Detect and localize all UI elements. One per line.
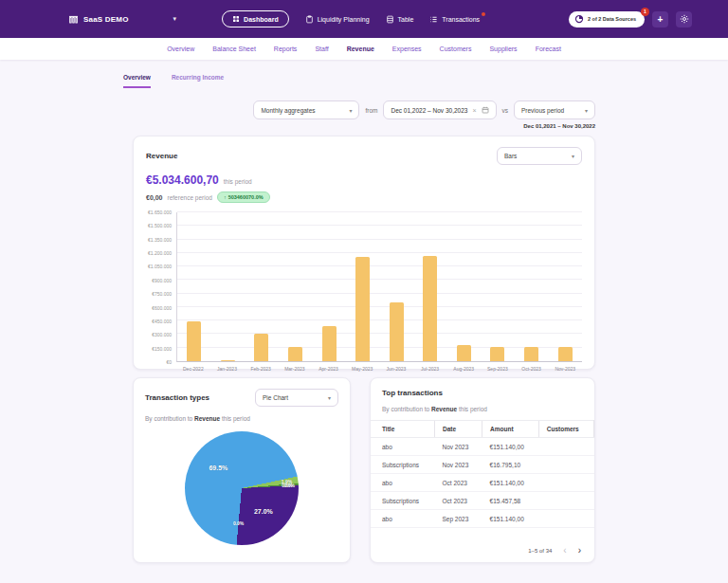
y-axis-tick: €1.350.000: [148, 237, 172, 243]
table-cell: Nov 2023: [434, 438, 482, 456]
table-cell: €151.140,00: [482, 474, 539, 492]
dashboard-icon: [232, 15, 240, 23]
x-axis-tick: Aug-2023: [446, 366, 481, 372]
delta-badge: ↑ 503460070.0%: [217, 191, 270, 203]
nav-dashboard[interactable]: Dashboard: [222, 10, 289, 27]
nav-transactions[interactable]: Transactions: [429, 15, 480, 24]
tab-balance-sheet[interactable]: Balance Sheet: [212, 46, 256, 52]
settings-button[interactable]: [676, 11, 692, 27]
bar-column: [177, 212, 211, 361]
tab-staff[interactable]: Staff: [315, 46, 328, 52]
tab-reports[interactable]: Reports: [274, 46, 298, 52]
bar-mar-2023: [288, 347, 302, 361]
column-header-amount[interactable]: Amount: [482, 421, 539, 438]
table-cell: abo: [371, 510, 434, 528]
x-axis-tick: May-2023: [345, 366, 379, 372]
column-header-date[interactable]: Date: [434, 421, 482, 438]
nav-liquidity-planning[interactable]: Liquidity Planning: [305, 15, 370, 24]
tab-suppliers[interactable]: Suppliers: [489, 46, 517, 52]
bar-column: [312, 212, 346, 361]
subtab-recurring-income[interactable]: Recurring Income: [172, 74, 224, 88]
period-amount-label: this period: [224, 178, 252, 185]
next-page-button[interactable]: ›: [578, 546, 581, 556]
column-header-customers[interactable]: Customers: [538, 421, 593, 438]
clear-icon[interactable]: ×: [472, 107, 476, 114]
table-cell: [538, 510, 593, 528]
x-axis-tick: Jul-2023: [413, 366, 447, 372]
pie-slice-label: 69.5%: [209, 465, 228, 471]
top-transactions-subtitle: By contribution to Revenue this period: [371, 406, 594, 412]
table-cell: [538, 492, 593, 510]
vs-label: vs: [502, 107, 509, 114]
from-label: from: [365, 107, 377, 114]
pie-slice-label: 0.0%: [233, 520, 244, 526]
y-axis-tick: €450.000: [152, 319, 172, 324]
bar-feb-2023: [254, 334, 268, 361]
chart-view-select[interactable]: Bars ▾: [497, 147, 582, 165]
y-axis-tick: €1.050.000: [148, 264, 172, 269]
aggregate-select[interactable]: Monthly aggregates ▾: [253, 100, 359, 119]
data-sources-badge: 1: [641, 8, 649, 16]
tab-revenue[interactable]: Revenue: [347, 46, 374, 52]
filter-row: Monthly aggregates ▾ from Dec 01,2022 – …: [133, 100, 595, 119]
y-axis-tick: €1.650.000: [148, 210, 172, 215]
chevron-down-icon: ▾: [349, 107, 352, 114]
chevron-down-icon: ▾: [585, 107, 588, 114]
bar-sep-2023: [490, 347, 504, 361]
table-row[interactable]: aboNov 2023€151.140,00: [371, 438, 594, 456]
y-axis-tick: €600.000: [152, 305, 172, 311]
nav-table[interactable]: Table: [386, 15, 414, 24]
compare-period-range: Dec 01,2021 – Nov 30,2022: [133, 123, 595, 129]
clipboard-icon: [305, 15, 314, 24]
x-axis-tick: Apr-2023: [312, 366, 346, 372]
y-axis-tick: €1.200.000: [148, 250, 172, 256]
y-axis-tick: €300.000: [152, 332, 172, 337]
bar-column: [379, 212, 413, 361]
top-nav: Dashboard Liquidity Planning Table: [222, 10, 480, 27]
table-cell: Oct 2023: [434, 492, 482, 510]
bar-aug-2023: [457, 345, 471, 361]
table-row[interactable]: SubscriptionsNov 2023€16.795,10: [371, 456, 594, 474]
pie-slice-label: 0.0%: [284, 483, 295, 488]
bar-column: [346, 212, 380, 361]
compare-select[interactable]: Previous period ▾: [514, 100, 595, 119]
prev-page-button[interactable]: ‹: [563, 546, 566, 556]
column-header-title[interactable]: Title: [371, 421, 434, 438]
x-axis-tick: Feb-2023: [244, 366, 278, 372]
table-cell: [538, 474, 593, 492]
tab-overview[interactable]: Overview: [167, 46, 194, 52]
data-sources-label: 2 of 2 Data Sources: [588, 16, 636, 22]
pie-view-select[interactable]: Pie Chart ▾: [255, 389, 338, 407]
table-cell: €151.140,00: [482, 510, 539, 528]
table-row[interactable]: aboSep 2023€151.140,00: [371, 510, 594, 528]
pie: [185, 431, 299, 545]
table-row[interactable]: SubscriptionsOct 2023€15.457,58: [371, 492, 594, 510]
notification-dot: [482, 12, 485, 16]
bar-jul-2023: [423, 256, 437, 361]
x-axis-tick: Jun-2023: [379, 366, 413, 372]
table-row[interactable]: aboOct 2023€151.140,00: [371, 474, 594, 492]
add-button[interactable]: +: [652, 11, 668, 27]
transaction-types-card: Transaction types Pie Chart ▾ By contrib…: [133, 377, 351, 563]
top-bar: SaaS DEMO ▾ Dashboard Liquidity Planning: [0, 0, 728, 38]
data-sources-pill[interactable]: 2 of 2 Data Sources 1: [569, 11, 645, 27]
calendar-icon[interactable]: [482, 106, 489, 114]
table-cell: [538, 456, 593, 474]
tab-expenses[interactable]: Expenses: [392, 46, 422, 52]
table-cell: abo: [371, 438, 434, 456]
chevron-down-icon[interactable]: ▾: [173, 15, 177, 23]
tab-forecast[interactable]: Forecast: [536, 46, 561, 52]
date-range-input[interactable]: Dec 01,2022 – Nov 30,2023 ×: [383, 100, 496, 119]
brand-logo-icon: [68, 14, 79, 25]
transaction-types-title: Transaction types: [145, 393, 209, 402]
chevron-down-icon: ▾: [572, 153, 574, 159]
y-axis-tick: €150.000: [152, 346, 172, 352]
page-content: Monthly aggregates ▾ from Dec 01,2022 – …: [133, 100, 595, 563]
bar-column: [548, 212, 582, 361]
table-pagination: 1–5 of 34 ‹ ›: [371, 541, 594, 562]
table-cell: Subscriptions: [371, 492, 434, 510]
x-axis-tick: Oct-2023: [515, 366, 549, 372]
subtab-overview[interactable]: Overview: [123, 74, 151, 88]
brand[interactable]: SaaS DEMO ▾: [68, 14, 176, 25]
tab-customers[interactable]: Customers: [440, 46, 472, 52]
